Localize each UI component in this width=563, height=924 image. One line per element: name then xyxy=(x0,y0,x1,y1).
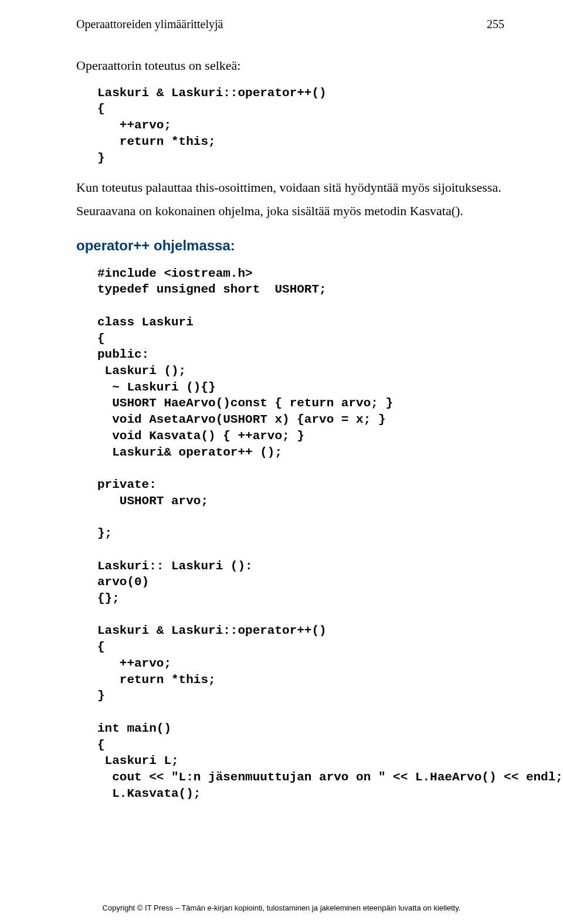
header-title: Operaattoreiden ylimäärittelyjä xyxy=(76,18,223,31)
paragraph-3: Seuraavana on kokonainen ohjelma, joka s… xyxy=(76,202,504,220)
paragraph-intro: Operaattorin toteutus on selkeä: xyxy=(76,57,504,74)
code-block-2: #include <iostream.h> typedef unsigned s… xyxy=(97,266,504,802)
code-block-1: Laskuri & Laskuri::operator++() { ++arvo… xyxy=(97,85,504,167)
page: Operaattoreiden ylimäärittelyjä 255 Oper… xyxy=(0,0,563,924)
paragraph-2: Kun toteutus palauttaa this-osoittimen, … xyxy=(76,179,504,196)
footer-copyright: Copyright © IT Press – Tämän e-kirjan ko… xyxy=(0,903,563,912)
section-title: operator++ ohjelmassa: xyxy=(76,237,504,254)
page-header: Operaattoreiden ylimäärittelyjä 255 xyxy=(76,18,504,31)
page-number: 255 xyxy=(487,18,504,31)
